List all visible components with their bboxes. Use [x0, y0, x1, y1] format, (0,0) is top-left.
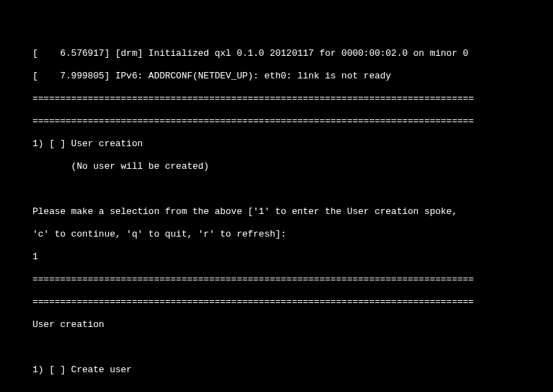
user-input[interactable]: 1	[33, 251, 553, 263]
menu-item: 1) [ ] User creation	[33, 138, 553, 150]
divider: ========================================…	[33, 297, 553, 308]
boot-message: [ 7.999805] IPv6: ADDRCONF(NETDEV_UP): e…	[33, 71, 553, 82]
boot-message: [ 6.576917] [drm] Initialized qxl 0.1.0 …	[33, 48, 553, 59]
prompt-text: Please make a selection from the above […	[33, 206, 553, 218]
blank-line	[33, 387, 553, 392]
divider: ========================================…	[33, 274, 553, 285]
menu-item-subtitle: (No user will be created)	[33, 161, 553, 172]
prompt-text: 'c' to continue, 'q' to quit, 'r' to ref…	[33, 229, 553, 240]
blank-line	[33, 342, 553, 353]
divider: ========================================…	[33, 116, 553, 127]
blank-line	[33, 184, 553, 195]
divider: ========================================…	[33, 93, 553, 105]
menu-item: 1) [ ] Create user	[33, 364, 553, 376]
section-title: User creation	[33, 319, 553, 331]
